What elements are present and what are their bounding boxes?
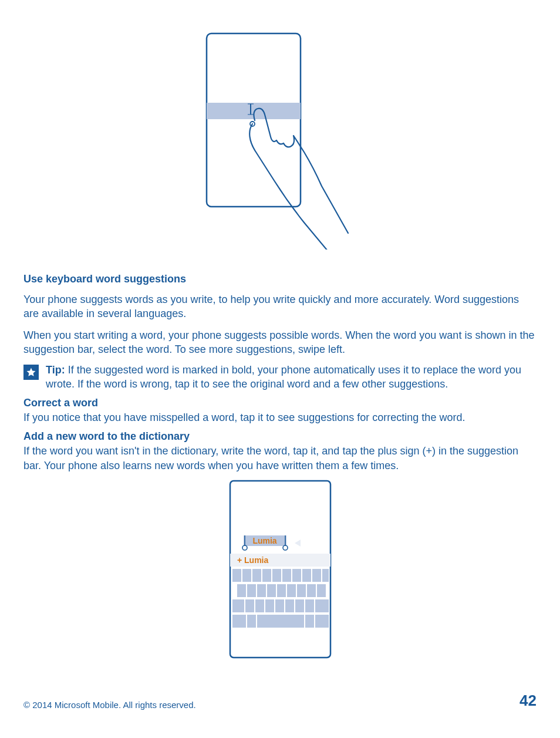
paragraph-add: If the word you want isn't in the dictio… <box>23 444 537 473</box>
svg-rect-40 <box>247 615 256 628</box>
svg-rect-22 <box>247 584 256 597</box>
svg-rect-11 <box>232 569 241 582</box>
paragraph-correct: If you notice that you have misspelled a… <box>23 410 537 424</box>
footer-copyright: © 2014 Microsoft Mobile. All rights rese… <box>23 700 196 710</box>
svg-rect-25 <box>277 584 286 597</box>
svg-rect-15 <box>272 569 281 582</box>
illustration-2-container: Lumia + Lumia <box>23 480 537 659</box>
svg-rect-36 <box>295 599 304 612</box>
keyboard-row-4 <box>232 615 329 628</box>
svg-rect-32 <box>255 599 264 612</box>
svg-rect-30 <box>232 599 244 612</box>
svg-rect-43 <box>315 615 329 628</box>
section-add-word: Add a new word to the dictionary If the … <box>23 430 537 473</box>
keyboard-row-3 <box>232 599 329 612</box>
page-footer: © 2014 Microsoft Mobile. All rights rese… <box>23 692 537 710</box>
svg-rect-39 <box>232 615 246 628</box>
svg-rect-37 <box>305 599 314 612</box>
svg-rect-0 <box>207 33 301 207</box>
svg-rect-16 <box>282 569 291 582</box>
illustration-1-container <box>23 32 537 250</box>
svg-rect-38 <box>315 599 329 612</box>
svg-rect-24 <box>267 584 276 597</box>
section-correct-word: Correct a word If you notice that you ha… <box>23 397 537 424</box>
svg-rect-21 <box>237 584 246 597</box>
svg-rect-28 <box>307 584 316 597</box>
tip-block: Tip: If the suggested word is marked in … <box>23 363 537 391</box>
svg-point-6 <box>242 545 247 550</box>
svg-rect-33 <box>265 599 274 612</box>
phone-keyboard-illustration: Lumia + Lumia <box>229 480 332 659</box>
heading-use-suggestions: Use keyboard word suggestions <box>23 273 537 285</box>
svg-rect-14 <box>262 569 271 582</box>
star-icon <box>23 365 39 380</box>
tip-label: Tip: <box>46 364 65 376</box>
svg-rect-26 <box>287 584 296 597</box>
svg-rect-27 <box>297 584 306 597</box>
svg-rect-13 <box>252 569 261 582</box>
keyboard-row-2 <box>237 584 326 597</box>
svg-point-8 <box>283 545 288 550</box>
phone-tap-illustration <box>183 32 377 250</box>
heading-correct-word: Correct a word <box>23 397 537 409</box>
page-number: 42 <box>519 692 537 710</box>
svg-rect-17 <box>292 569 301 582</box>
tip-body: If the suggested word is marked in bold,… <box>46 364 521 389</box>
svg-rect-42 <box>305 615 314 628</box>
paragraph-swipe: When you start writing a word, your phon… <box>23 328 537 357</box>
svg-rect-35 <box>285 599 294 612</box>
svg-rect-41 <box>257 615 304 628</box>
highlighted-word: Lumia <box>252 536 276 545</box>
svg-rect-18 <box>302 569 311 582</box>
suggestion-text: + Lumia <box>237 555 269 565</box>
svg-rect-19 <box>312 569 321 582</box>
svg-rect-23 <box>257 584 266 597</box>
svg-rect-20 <box>322 569 329 582</box>
keyboard-row-1 <box>232 569 329 582</box>
svg-rect-34 <box>275 599 284 612</box>
svg-rect-29 <box>317 584 326 597</box>
heading-add-word: Add a new word to the dictionary <box>23 430 537 443</box>
svg-rect-31 <box>245 599 254 612</box>
tip-text: Tip: If the suggested word is marked in … <box>46 363 537 391</box>
paragraph-intro: Your phone suggests words as you write, … <box>23 292 537 321</box>
svg-rect-12 <box>242 569 251 582</box>
